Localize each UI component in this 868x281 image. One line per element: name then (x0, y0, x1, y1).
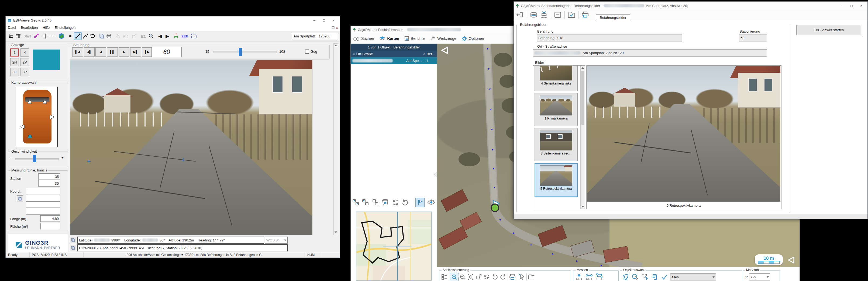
befahrung-field[interactable]: Befahrung 2018 (537, 34, 682, 41)
print-icon[interactable] (105, 33, 113, 40)
select-single-icon[interactable] (352, 199, 359, 206)
column-bef[interactable]: Bef... (427, 52, 435, 56)
zoom-in-tool-active[interactable] (450, 273, 459, 281)
exit-form-icon[interactable] (516, 11, 524, 19)
view-redo-icon[interactable] (499, 273, 507, 281)
view-3p-button[interactable]: 3P (21, 68, 29, 76)
next-arrow-icon[interactable]: ▶ (164, 33, 171, 40)
ort-field[interactable]: Am Sportplatz, Abs.Nr.: 20 (533, 49, 767, 57)
measure-area-icon[interactable] (595, 273, 603, 281)
window-minimize-form-icon[interactable] (554, 11, 562, 19)
ebf-titlebar[interactable]: EBFViewerGeo v. 2.6.40 – □ × (6, 16, 340, 24)
maximize-button[interactable]: □ (847, 2, 856, 9)
minimize-button[interactable]: – (837, 2, 846, 9)
section-field[interactable]: F1262000173, Abs. 99991450 - 99991451, R… (78, 244, 288, 251)
select-list-icon[interactable] (651, 273, 659, 281)
grid-icon[interactable] (14, 33, 22, 40)
tool-optionen[interactable]: Optionen (459, 36, 487, 41)
retro-camera-photo[interactable] (587, 66, 780, 202)
map-compass-icon[interactable] (787, 256, 795, 264)
speed-plus-label[interactable]: + (61, 155, 64, 160)
legend-icon[interactable] (7, 33, 14, 40)
folder-check-icon[interactable] (567, 11, 576, 19)
tool-werkzeuge[interactable]: Werkzeuge (427, 36, 459, 41)
menu-bearbeiten[interactable]: Bearbeiten (21, 26, 38, 30)
tab-befahrungsbilder[interactable]: Befahrungsbilder (596, 14, 630, 21)
stairs-icon[interactable] (33, 33, 40, 40)
tool-karten[interactable]: Karten (377, 36, 402, 41)
view-2h-button[interactable]: 2H (10, 58, 19, 66)
section-copy-button[interactable] (70, 245, 76, 251)
refresh-view-icon[interactable] (483, 273, 491, 281)
print-form-icon[interactable] (581, 11, 589, 19)
main-street-photo[interactable] (70, 60, 312, 235)
pause-button[interactable]: ▌▌ (107, 47, 118, 57)
station-slider-track[interactable] (213, 51, 277, 53)
start-button[interactable]: Start (22, 33, 33, 40)
measure-marker-1[interactable] (87, 160, 91, 163)
flaeche-field[interactable] (40, 223, 60, 229)
view-3l-button[interactable]: 3L (10, 68, 19, 76)
view-1-button[interactable]: 1 (10, 48, 19, 57)
sach-titlebar[interactable]: Gaja®Matrix Sachdateneingabe - Befahrung… (514, 2, 867, 10)
mdi-restore-icon[interactable]: ❐ (332, 26, 335, 30)
column-ort-strasse[interactable]: Ort-Straße (356, 52, 373, 56)
overview-minimap[interactable] (356, 212, 432, 281)
mdi-close-icon[interactable]: x (336, 26, 338, 30)
geg-checkbox-row[interactable]: Geg (305, 49, 317, 54)
stationierung-field[interactable]: 60 (739, 34, 767, 41)
menu-einstellungen[interactable]: Einstellungen (55, 26, 75, 30)
measure-marker-2[interactable] (181, 158, 185, 162)
geg-checkbox[interactable] (305, 49, 309, 54)
select-remove-icon[interactable] (372, 199, 379, 206)
visibility-eye-icon[interactable] (427, 199, 435, 206)
tool-berichte[interactable]: Berichte (402, 36, 427, 41)
polyline-tool-icon[interactable] (82, 33, 89, 40)
scroll-up-icon[interactable] (582, 67, 584, 69)
menu-hilfe[interactable]: Hilfe (42, 26, 50, 30)
speed-minus-label[interactable]: - (10, 155, 11, 160)
panel-collapse-icon[interactable] (434, 171, 437, 177)
thumbnail-item-2[interactable]: 3 Seitenkamera rec... (534, 128, 578, 161)
coords-field[interactable]: Latitude: 3980° Longitude: 30° Altitude:… (78, 237, 264, 244)
prev-arrow-icon[interactable]: ◀ (156, 33, 164, 40)
zeb-button[interactable]: ZEB (180, 33, 190, 40)
koord-field-2[interactable] (26, 195, 60, 201)
next-section-button[interactable]: ▶▌ (130, 47, 141, 57)
copy-icon[interactable] (98, 33, 105, 40)
select-rect-cursor-icon[interactable] (641, 273, 649, 281)
zoom-rect-tool[interactable] (467, 273, 475, 281)
goto-end-button[interactable]: ▌▶ (142, 47, 153, 57)
polygon-tool-icon[interactable] (89, 33, 96, 40)
select-add-icon[interactable] (362, 199, 369, 206)
thumbnail-item-1[interactable]: 1 Primärkamera (534, 93, 578, 126)
save-db-check-icon[interactable] (540, 11, 548, 19)
station-field-1[interactable]: 35 (38, 173, 60, 180)
info-pointer-icon[interactable] (518, 273, 526, 281)
minimize-button[interactable]: – (310, 17, 319, 24)
print-map-icon[interactable] (508, 273, 517, 281)
map-pan-left-icon[interactable] (440, 46, 450, 55)
step-back-button[interactable]: ◀ (95, 47, 106, 57)
koord-field-3[interactable] (26, 201, 60, 208)
select-cursor-icon[interactable] (622, 273, 630, 281)
speed-slider-thumb[interactable] (33, 155, 36, 162)
ebf-viewer-starten-button[interactable]: EBF-Viewer starten (796, 25, 861, 35)
radio-icon[interactable]: ○ (423, 52, 425, 56)
station-slider-thumb[interactable] (239, 48, 242, 56)
coords-copy-button[interactable] (70, 237, 76, 243)
mdi-minimize-icon[interactable]: ‒ (328, 26, 330, 30)
thumbnail-scrollbar[interactable] (580, 66, 585, 209)
menu-datei[interactable]: Datei (8, 26, 16, 30)
speed-slider-track[interactable] (15, 158, 59, 160)
scroll-down-icon[interactable] (582, 206, 584, 208)
crosshair-icon[interactable] (41, 33, 49, 40)
play-button[interactable]: ▶ (119, 47, 129, 57)
koord-field-4[interactable] (26, 208, 60, 214)
selection-rect-icon[interactable] (190, 33, 197, 40)
scroll-thumb[interactable] (581, 71, 584, 125)
thumbnail-list[interactable]: 4 Seitenkamera links 1 Primärkamera 3 Se… (533, 65, 585, 209)
confirm-check-icon[interactable] (660, 273, 669, 281)
scroll-down-icon[interactable] (335, 232, 337, 233)
folder-icon[interactable] (527, 273, 535, 281)
